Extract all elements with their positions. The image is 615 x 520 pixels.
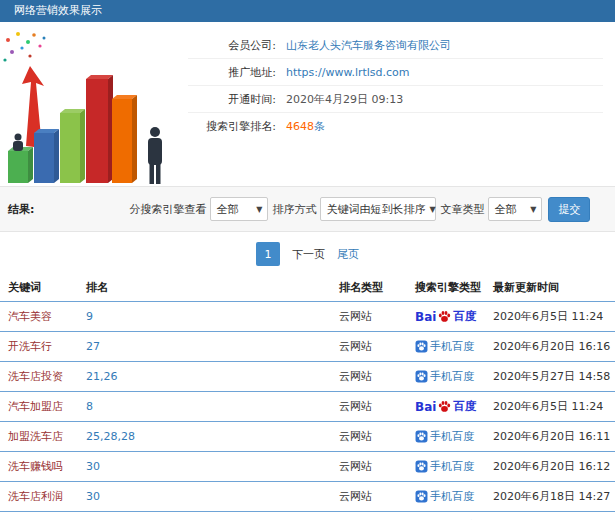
engine-filter-label: 分搜索引擎查看 — [129, 202, 206, 217]
updated-text: 2020年6月20日 16:16 — [493, 340, 610, 353]
engine-cell: Bai 百度 — [411, 512, 489, 520]
rank-link[interactable]: 27 — [86, 340, 100, 353]
mobile-baidu-icon — [415, 460, 428, 473]
rank-cell: 30 — [82, 452, 335, 482]
article-type-select[interactable]: 全部 ▼ — [488, 197, 542, 221]
rank-type-text: 云网站 — [339, 340, 372, 353]
keyword-cell: 汽车加盟店 — [0, 392, 82, 422]
rank-cell: 8 — [82, 392, 335, 422]
updated-text: 2020年5月27日 14:58 — [493, 370, 610, 383]
mobile-baidu-label: 手机百度 — [430, 459, 474, 474]
filter-controls: 分搜索引擎查看 全部 ▼ 排序方式 关键词由短到长排序 ▼ 文章类型 全部 ▼ … — [129, 197, 590, 222]
mobile-baidu-icon — [415, 490, 428, 503]
chevron-down-icon: ▼ — [256, 205, 262, 214]
rank-cell: 25,28,28 — [82, 422, 335, 452]
keyword-cell: 洗车店投资 — [0, 362, 82, 392]
keyword-cell: 汽车美容 — [0, 302, 82, 332]
header-keyword: 关键词 — [0, 274, 82, 302]
rank-type-text: 云网站 — [339, 310, 372, 323]
rank-type-text: 云网站 — [339, 370, 372, 383]
keyword-cell: 开洗车行 — [0, 332, 82, 362]
member-company-label: 会员公司: — [188, 38, 276, 53]
open-time-label: 开通时间: — [188, 92, 276, 107]
results-table: 关键词 排名 排名类型 搜索引擎类型 最新更新时间 汽车美容 9 云网站 Bai… — [0, 274, 615, 520]
engine-rank-row: 搜索引擎排名: 4648 条 — [188, 113, 603, 140]
account-info-section: 会员公司: 山东老人头汽车服务咨询有限公司 推广地址: https://www.… — [0, 22, 615, 186]
updated-cell: 2020年6月18日 14:27 — [489, 482, 615, 512]
page-current[interactable]: 1 — [256, 242, 280, 266]
rank-type-cell: 云网站 — [335, 302, 411, 332]
keyword-text: 洗车赚钱吗 — [8, 460, 63, 473]
baidu-logo-latin: Bai — [415, 400, 436, 414]
next-page-link[interactable]: 下一页 — [292, 247, 325, 262]
rank-type-cell: 云网站 — [335, 392, 411, 422]
engine-filter-select[interactable]: 全部 ▼ — [210, 197, 268, 221]
keyword-cell: 洗车店利润 — [0, 482, 82, 512]
member-company-row: 会员公司: 山东老人头汽车服务咨询有限公司 — [188, 32, 603, 59]
sort-filter-label: 排序方式 — [272, 202, 316, 217]
engine-cell: 手机百度 — [411, 362, 489, 392]
marketing-chart-illustration — [0, 28, 188, 186]
article-type-value: 全部 — [494, 202, 516, 217]
article-type-label: 文章类型 — [440, 202, 484, 217]
rank-link[interactable]: 21,26 — [86, 370, 118, 383]
updated-text: 2020年6月20日 16:12 — [493, 460, 610, 473]
results-table-body: 汽车美容 9 云网站 Bai 百度 2020年6月5日 11:24 开洗车行 2… — [0, 302, 615, 520]
rank-type-text: 云网站 — [339, 460, 372, 473]
sort-filter-value: 关键词由短到长排序 — [326, 202, 425, 217]
updated-text: 2020年6月5日 11:24 — [493, 310, 603, 323]
filter-bar: 结果: 分搜索引擎查看 全部 ▼ 排序方式 关键词由短到长排序 ▼ 文章类型 全… — [0, 186, 615, 232]
baidu-logo-cn: 百度 — [453, 399, 476, 414]
keyword-text: 加盟洗车店 — [8, 430, 63, 443]
updated-cell: 2020年6月5日 11:24 — [489, 302, 615, 332]
bar-chart-clipart-icon — [0, 28, 188, 186]
header-updated: 最新更新时间 — [489, 274, 615, 302]
rank-cell: 27 — [82, 332, 335, 362]
promotion-url-label: 推广地址: — [188, 65, 276, 80]
rank-link[interactable]: 30 — [86, 460, 100, 473]
rank-cell: 21,26 — [82, 362, 335, 392]
updated-cell: 2020年6月20日 16:12 — [489, 452, 615, 482]
sort-filter-select[interactable]: 关键词由短到长排序 ▼ — [320, 197, 436, 221]
engine-rank-label: 搜索引擎排名: — [188, 119, 276, 134]
engine-rank-unit: 条 — [314, 119, 325, 134]
updated-text: 2020年6月18日 14:27 — [493, 490, 610, 503]
open-time-value: 2020年4月29日 09:13 — [286, 92, 403, 107]
keyword-text: 汽车美容 — [8, 310, 52, 323]
rank-link[interactable]: 8 — [86, 400, 93, 413]
open-time-row: 开通时间: 2020年4月29日 09:13 — [188, 86, 603, 113]
last-page-link[interactable]: 尾页 — [337, 247, 359, 262]
mobile-baidu-label: 手机百度 — [430, 369, 474, 384]
pagination: 1 下一页 尾页 — [0, 232, 615, 274]
submit-button[interactable]: 提交 — [548, 197, 590, 222]
rank-cell: 30 — [82, 482, 335, 512]
member-company-link[interactable]: 山东老人头汽车服务咨询有限公司 — [286, 38, 451, 53]
header-rank-type: 排名类型 — [335, 274, 411, 302]
engine-cell: 手机百度 — [411, 452, 489, 482]
keyword-text: 汽车加盟店 — [8, 400, 63, 413]
mobile-baidu-label: 手机百度 — [430, 429, 474, 444]
mobile-baidu-logo: 手机百度 — [415, 429, 474, 444]
header-engine-type: 搜索引擎类型 — [411, 274, 489, 302]
rank-link[interactable]: 30 — [86, 490, 100, 503]
baidu-logo: Bai 百度 — [415, 399, 476, 414]
engine-filter-value: 全部 — [216, 202, 238, 217]
updated-cell: 2020年6月20日 16:11 — [489, 422, 615, 452]
header-rank: 排名 — [82, 274, 335, 302]
keyword-text: 开洗车行 — [8, 340, 52, 353]
engine-cell: 手机百度 — [411, 482, 489, 512]
baidu-logo-latin: Bai — [415, 310, 436, 324]
promotion-url-link[interactable]: https://www.lrtlsd.com — [286, 66, 410, 79]
baidu-logo: Bai 百度 — [415, 309, 476, 324]
engine-cell: Bai 百度 — [411, 392, 489, 422]
rank-link[interactable]: 25,28,28 — [86, 430, 135, 443]
rank-type-text: 云网站 — [339, 490, 372, 503]
chevron-down-icon: ▼ — [429, 205, 435, 214]
rank-link[interactable]: 9 — [86, 310, 93, 323]
keyword-text: 洗车店投资 — [8, 370, 63, 383]
account-info-rows: 会员公司: 山东老人头汽车服务咨询有限公司 推广地址: https://www.… — [188, 32, 603, 186]
mobile-baidu-label: 手机百度 — [430, 489, 474, 504]
updated-cell: 2020年6月18日 14:30 — [489, 512, 615, 520]
page-title: 网络营销效果展示 — [14, 4, 102, 17]
engine-cell: 手机百度 — [411, 332, 489, 362]
